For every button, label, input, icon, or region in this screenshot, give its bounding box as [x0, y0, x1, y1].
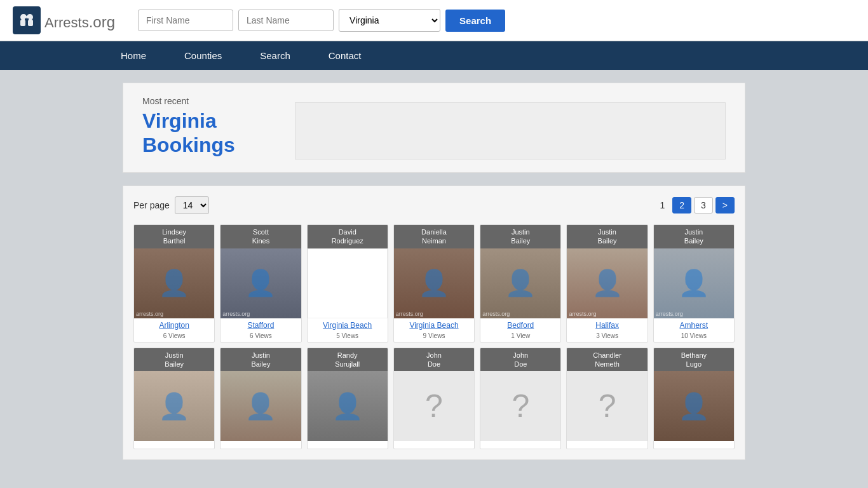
- card-photo-10: ?: [394, 371, 474, 441]
- booking-card-12[interactable]: ChandlerNemeth ?: [566, 348, 648, 450]
- main-content: Most recent Virginia Bookings Per page 1…: [110, 70, 758, 473]
- card-name-8: JustinBailey: [220, 348, 301, 372]
- card-photo-5: 👤 arrests.org: [567, 248, 647, 318]
- nav-contact[interactable]: Contact: [309, 41, 381, 70]
- navigation: Home Counties Search Contact: [0, 41, 868, 70]
- booking-card-10[interactable]: JohnDoe ?: [393, 348, 475, 450]
- card-photo-6: 👤 arrests.org: [654, 248, 734, 318]
- state-select[interactable]: Virginia Alabama Alaska Florida Texas: [339, 9, 440, 32]
- card-views-6: 10 Views: [654, 332, 734, 342]
- card-views-13: [654, 446, 734, 449]
- bookings-section: Per page 14 7 21 28 1 2 3 > LindseyBarth…: [123, 186, 745, 460]
- per-page-control: Per page 14 7 21 28: [133, 196, 209, 214]
- header-search-button[interactable]: Search: [445, 10, 505, 32]
- card-name-10: JohnDoe: [394, 348, 474, 372]
- nav-home[interactable]: Home: [102, 41, 165, 70]
- per-page-label: Per page: [133, 200, 170, 210]
- card-name-13: BethanyLugo: [654, 348, 734, 372]
- logo-suffix: .org: [89, 13, 115, 30]
- per-page-select[interactable]: 14 7 21 28: [175, 196, 209, 214]
- card-name-12: ChandlerNemeth: [567, 348, 647, 372]
- page-3-link[interactable]: 3: [694, 197, 713, 214]
- header-search-form: Virginia Alabama Alaska Florida Texas Se…: [138, 9, 505, 32]
- card-name-5: JustinBailey: [567, 225, 647, 248]
- card-views-11: [480, 446, 560, 449]
- card-views-7: [134, 446, 214, 449]
- card-location-10[interactable]: [394, 441, 474, 446]
- card-views-4: 1 View: [480, 332, 560, 342]
- card-views-1: 6 Views: [220, 332, 301, 342]
- card-views-0: 6 Views: [134, 332, 214, 342]
- booking-card-11[interactable]: JohnDoe ?: [480, 348, 561, 450]
- card-views-8: [220, 446, 301, 449]
- card-photo-11: ?: [480, 371, 560, 441]
- page-2-link[interactable]: 2: [672, 197, 691, 214]
- card-location-9[interactable]: [308, 441, 388, 446]
- card-photo-3: 👤 arrests.org: [394, 248, 474, 318]
- last-name-input[interactable]: [238, 10, 334, 31]
- title-section: Most recent Virginia Bookings: [123, 83, 745, 173]
- nav-counties[interactable]: Counties: [165, 41, 241, 70]
- card-location-3[interactable]: Virginia Beach: [394, 318, 474, 332]
- card-location-12[interactable]: [567, 441, 647, 446]
- card-location-4[interactable]: Bedford: [480, 318, 560, 332]
- page-title: Virginia Bookings: [142, 109, 282, 158]
- title-right: [295, 96, 726, 159]
- card-photo-8: 👤: [220, 371, 301, 441]
- card-views-5: 3 Views: [567, 332, 647, 342]
- booking-card-13[interactable]: BethanyLugo 👤: [653, 348, 735, 450]
- card-photo-1: 👤 arrests.org: [220, 248, 301, 318]
- card-photo-0: 👤 arrests.org: [134, 248, 214, 318]
- card-photo-12: ?: [567, 371, 647, 441]
- card-location-1[interactable]: Stafford: [220, 318, 301, 332]
- logo-text: Arrests.org: [44, 9, 115, 32]
- booking-card-2[interactable]: DavidRodriguez Virginia Beach 5 Views: [307, 224, 388, 342]
- svg-rect-4: [25, 18, 29, 20]
- first-name-input[interactable]: [138, 10, 233, 31]
- card-location-7[interactable]: [134, 441, 214, 446]
- card-location-13[interactable]: [654, 441, 734, 446]
- header: Arrests.org Virginia Alabama Alaska Flor…: [0, 0, 868, 41]
- logo-icon: [13, 6, 41, 34]
- bookings-grid-row2: JustinBailey 👤 JustinBailey 👤 RandySuruj…: [133, 348, 735, 450]
- card-views-3: 9 Views: [394, 332, 474, 342]
- logo[interactable]: Arrests.org: [13, 6, 115, 34]
- card-name-9: RandySurujlall: [308, 348, 388, 372]
- card-location-11[interactable]: [480, 441, 560, 446]
- bookings-grid-row1: LindseyBarthel 👤 arrests.org Arlington 6…: [133, 224, 735, 342]
- page-1-current: 1: [654, 198, 670, 213]
- nav-search[interactable]: Search: [241, 41, 309, 70]
- booking-card-7[interactable]: JustinBailey 👤: [133, 348, 215, 450]
- card-photo-13: 👤: [654, 371, 734, 441]
- booking-card-4[interactable]: JustinBailey 👤 arrests.org Bedford 1 Vie…: [480, 224, 561, 342]
- card-photo-2: [308, 248, 388, 318]
- controls-bar: Per page 14 7 21 28 1 2 3 >: [133, 196, 735, 214]
- booking-card-3[interactable]: DaniellaNeiman 👤 arrests.org Virginia Be…: [393, 224, 475, 342]
- booking-card-8[interactable]: JustinBailey 👤: [220, 348, 301, 450]
- card-location-0[interactable]: Arlington: [134, 318, 214, 332]
- card-name-7: JustinBailey: [134, 348, 214, 372]
- svg-rect-2: [20, 20, 25, 26]
- pagination: 1 2 3 >: [654, 197, 735, 214]
- booking-card-9[interactable]: RandySurujlall 👤: [307, 348, 388, 450]
- card-views-2: 5 Views: [308, 332, 388, 342]
- booking-card-6[interactable]: JustinBailey 👤 arrests.org Amherst 10 Vi…: [653, 224, 735, 342]
- card-name-1: ScottKines: [220, 225, 301, 248]
- card-name-4: JustinBailey: [480, 225, 560, 248]
- card-photo-9: 👤: [308, 371, 388, 441]
- booking-card-1[interactable]: ScottKines 👤 arrests.org Stafford 6 View…: [220, 224, 301, 342]
- card-photo-4: 👤 arrests.org: [480, 248, 560, 318]
- card-location-6[interactable]: Amherst: [654, 318, 734, 332]
- card-location-8[interactable]: [220, 441, 301, 446]
- card-views-12: [567, 446, 647, 449]
- svg-rect-5: [25, 16, 28, 17]
- booking-card-0[interactable]: LindseyBarthel 👤 arrests.org Arlington 6…: [133, 224, 215, 342]
- card-location-5[interactable]: Halifax: [567, 318, 647, 332]
- booking-card-5[interactable]: JustinBailey 👤 arrests.org Halifax 3 Vie…: [566, 224, 648, 342]
- page-next-link[interactable]: >: [715, 197, 735, 214]
- card-location-2[interactable]: Virginia Beach: [308, 318, 388, 332]
- title-left: Most recent Virginia Bookings: [142, 96, 282, 158]
- card-photo-7: 👤: [134, 371, 214, 441]
- card-views-10: [394, 446, 474, 449]
- svg-rect-3: [28, 20, 33, 26]
